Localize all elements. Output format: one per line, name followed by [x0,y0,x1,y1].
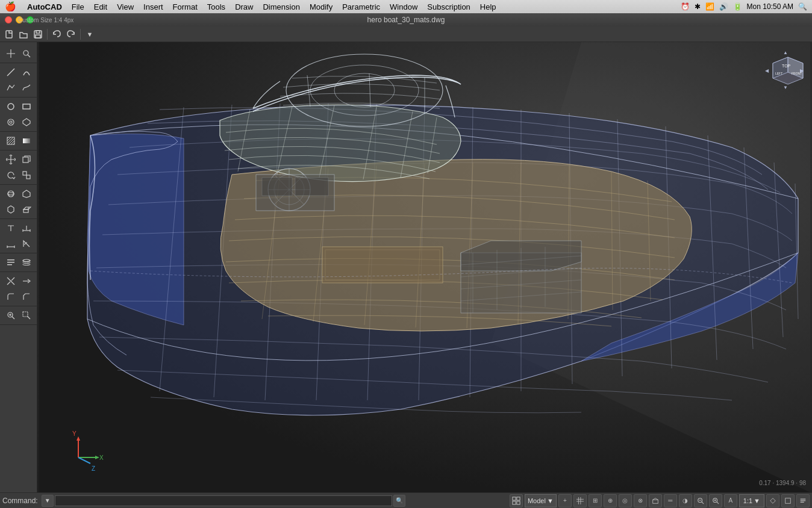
menu-file[interactable]: File [67,0,89,13]
svg-rect-104 [801,500,806,501]
command-input[interactable] [55,495,392,506]
menu-edit[interactable]: Edit [89,0,112,13]
svg-rect-46 [23,312,28,317]
snap-btn[interactable]: + [558,494,572,507]
zoom-out-btn[interactable] [694,494,707,507]
viewport[interactable]: Custom Size 1:4 4px [37,42,812,492]
svg-line-101 [773,501,775,503]
apple-menu[interactable]: 🍎 [5,1,16,12]
menu-view[interactable]: View [112,0,139,13]
menu-window[interactable]: Window [385,0,422,13]
menu-format[interactable]: Format [168,0,202,13]
svg-line-95 [717,501,719,503]
grid-view-btn[interactable] [510,494,523,507]
separator-2 [80,29,81,40]
transparency-btn[interactable]: ◑ [679,494,692,507]
aec-btn[interactable] [649,494,662,507]
main-layout: Custom Size 1:4 4px [0,42,812,492]
move-tool[interactable] [4,152,18,167]
spline-tool[interactable] [19,81,34,95]
orbit-tool[interactable] [4,187,18,201]
zoom-window-tool[interactable] [19,308,34,323]
model-tab[interactable]: Model ▼ [525,494,557,507]
svg-marker-11 [23,119,30,126]
svg-rect-90 [653,500,658,503]
model-tab-arrow[interactable]: ▼ [547,497,554,504]
angle-dim-tool[interactable] [19,237,34,251]
circle-tool[interactable] [4,99,18,114]
osnap-btn[interactable]: ◎ [619,494,632,507]
otrack-btn[interactable]: ⊗ [634,494,647,507]
arc-tool[interactable] [19,65,34,79]
polar-btn[interactable]: ⊕ [604,494,617,507]
zoom-tool[interactable] [19,46,34,61]
svg-point-23 [8,191,14,197]
menu-tools[interactable]: Tools [202,0,230,13]
statusbar: Command: ▼ 🔍 Model ▼ + ⊞ ⊕ ◎ ⊗ ═ ◑ [0,492,812,508]
dimension-tool[interactable] [19,221,34,235]
rotate-tool[interactable] [4,168,18,182]
zoom-extents-tool[interactable] [4,308,18,323]
pan-tool[interactable] [4,46,18,61]
open-button[interactable] [17,28,30,41]
menu-dimension[interactable]: Dimension [258,0,304,13]
workspace-btn[interactable] [766,494,779,507]
polyline-tool[interactable] [4,81,18,95]
menu-insert[interactable]: Insert [139,0,168,13]
layer-tool[interactable] [19,255,34,270]
menu-parametric[interactable]: Parametric [337,0,385,13]
redo-button[interactable] [64,28,78,41]
coord-display: 0.17 · 1394.9 · 98 [759,480,806,486]
menu-search-icon[interactable]: 🔍 [798,2,807,11]
linear-dim-tool[interactable] [4,237,18,251]
menu-draw[interactable]: Draw [230,0,258,13]
ortho-btn[interactable]: ⊞ [589,494,602,507]
close-button[interactable] [5,16,12,23]
gradient-tool[interactable] [19,134,34,148]
menu-battery-icon: 🔋 [733,2,742,11]
command-dropdown[interactable]: ▼ [42,495,54,507]
svg-rect-34 [7,259,14,261]
grid-btn[interactable] [573,494,587,507]
customize-btn[interactable] [796,494,810,507]
3d-move-tool[interactable] [19,187,34,201]
svg-text:Y: Y [72,430,77,437]
copy-tool[interactable] [19,152,34,167]
solid-tool[interactable] [4,202,18,217]
properties-tool[interactable] [4,255,18,270]
rect-tool[interactable] [19,99,34,114]
menu-modify[interactable]: Modify [305,0,337,13]
menubar: 🍎 AutoCAD File Edit View Insert Format T… [0,0,812,13]
svg-point-4 [23,51,28,55]
scale-tool[interactable] [19,168,34,182]
trim-tool[interactable] [4,274,18,288]
menu-subscription[interactable]: Subscription [422,0,475,13]
svg-rect-8 [23,104,30,109]
viewcube[interactable]: TOP LEFT FRONT ▲ ▼ ◀ ▶ [764,48,806,90]
undo-button[interactable] [50,28,63,41]
menu-help[interactable]: Help [475,0,501,13]
scale-selector[interactable]: 1:1 ▼ [739,494,764,507]
polygon-tool[interactable] [19,115,34,129]
svg-text:TOP: TOP [782,64,791,68]
toolbar-group-annotate [0,219,37,253]
donut-tool[interactable] [4,115,18,129]
save-button[interactable] [31,28,45,41]
new-button[interactable] [2,28,16,41]
svg-rect-25 [23,209,28,212]
chamfer-tool[interactable] [19,290,34,304]
input-search-btn[interactable]: 🔍 [393,495,405,507]
dropdown-arrow[interactable]: ▼ [83,28,96,41]
text-tool[interactable] [4,221,18,235]
extrude-tool[interactable] [19,202,34,217]
fillet-tool[interactable] [4,290,18,304]
lineweight-btn[interactable]: ═ [664,494,677,507]
extend-tool[interactable] [19,274,34,288]
annotation-scale-btn[interactable]: A [724,494,737,507]
hatch-tool[interactable] [4,134,18,148]
svg-text:X: X [99,454,104,461]
menu-autocad[interactable]: AutoCAD [22,0,67,13]
line-tool[interactable] [4,65,18,79]
maximize-viewport-btn[interactable] [781,494,795,507]
zoom-in-btn[interactable] [709,494,722,507]
